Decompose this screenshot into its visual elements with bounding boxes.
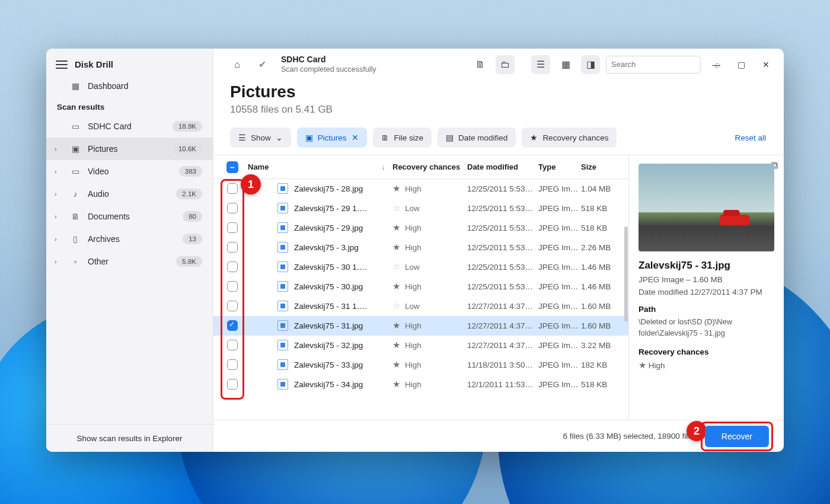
star-icon: ★ xyxy=(530,133,538,142)
jpeg-file-icon xyxy=(277,261,288,272)
details-rc-label: Recovery chances xyxy=(639,347,774,356)
clear-filter-icon[interactable]: ✕ xyxy=(352,133,359,142)
reset-all-link[interactable]: Reset all xyxy=(735,133,767,142)
table-row[interactable]: Zalevskij75 - 28.jpg★High12/25/2011 5:53… xyxy=(213,179,628,199)
show-filter[interactable]: ☰ Show ⌄ xyxy=(230,127,291,148)
sort-icon[interactable]: ↓ xyxy=(382,162,386,171)
sidebar: Disk Drill ▦ Dashboard Scan results ▭SDH… xyxy=(46,49,213,452)
row-checkbox[interactable] xyxy=(227,183,238,194)
table-row[interactable]: Zalevskij75 - 30.jpg★High12/25/2011 5:53… xyxy=(213,277,628,296)
home-icon[interactable]: ⌂ xyxy=(228,55,247,74)
date-modified: 12/25/2011 5:53… xyxy=(467,282,538,291)
annotation-box-2: Recover xyxy=(701,422,773,451)
pictures-filter[interactable]: ▣ Pictures ✕ xyxy=(297,127,367,148)
row-checkbox[interactable] xyxy=(227,340,238,350)
jpeg-file-icon xyxy=(277,301,288,311)
row-checkbox[interactable] xyxy=(227,281,238,292)
page-subtitle: 10558 files on 5.41 GB xyxy=(230,104,767,116)
col-type[interactable]: Type xyxy=(538,162,581,171)
table-row[interactable]: Zalevskij75 - 33.jpg★High11/18/2011 3:50… xyxy=(213,355,628,375)
date-filter[interactable]: ▤ Date modified xyxy=(438,127,516,148)
file-icon[interactable]: 🗎 xyxy=(471,55,490,74)
recovery-value: High xyxy=(405,380,422,389)
col-name[interactable]: Name xyxy=(248,162,269,171)
table-row[interactable]: Zalevskij75 - 29.jpg★High12/25/2011 5:53… xyxy=(213,218,628,238)
recovery-value: High xyxy=(405,243,422,252)
details-meta1: JPEG Image – 1.60 MB xyxy=(639,275,774,284)
recovery-filter[interactable]: ★ Recovery chances xyxy=(522,127,617,148)
table-row[interactable]: Zalevskij75 - 29 1….☆Low12/25/2011 5:53…… xyxy=(213,199,628,218)
jpeg-file-icon xyxy=(277,379,288,390)
row-checkbox[interactable] xyxy=(227,359,238,370)
folder-icon[interactable]: 🗀 xyxy=(496,55,515,74)
sidebar-item-label: Video xyxy=(88,167,109,176)
list-view-icon[interactable]: ☰ xyxy=(531,55,550,74)
recovery-value: High xyxy=(405,282,422,291)
recovery-value: High xyxy=(405,321,422,330)
sidebar-item-dashboard[interactable]: ▦ Dashboard xyxy=(46,75,213,97)
sidebar-item-audio[interactable]: ›♪Audio2.1K xyxy=(46,183,213,205)
sidebar-item-other[interactable]: ›▫Other5.8K xyxy=(46,250,213,273)
minimize-button[interactable]: — xyxy=(707,56,726,73)
sidebar-item-video[interactable]: ›▭Video383 xyxy=(46,160,213,183)
footer-bar: 6 files (6.33 MB) selected, 18900 file 2… xyxy=(213,420,784,452)
sidebar-item-label: Archives xyxy=(88,234,120,244)
dashboard-label: Dashboard xyxy=(88,81,129,91)
search-box[interactable]: ⌕ xyxy=(606,56,701,74)
row-checkbox[interactable] xyxy=(227,203,238,213)
sidebar-item-documents[interactable]: ›🗎Documents80 xyxy=(46,205,213,228)
table-row[interactable]: Zalevskij75 - 31 1….☆Low12/27/2011 4:37…… xyxy=(213,296,628,316)
sidebar-item-archives[interactable]: ›▯Archives13 xyxy=(46,228,213,250)
audio-icon: ♪ xyxy=(70,189,81,199)
star-icon: ★ xyxy=(392,340,400,350)
preview-image xyxy=(639,164,774,251)
date-modified: 12/25/2011 5:53… xyxy=(467,224,538,232)
grid-view-icon[interactable]: ▦ xyxy=(556,55,575,74)
row-checkbox[interactable] xyxy=(227,261,238,272)
row-checkbox[interactable] xyxy=(227,242,238,253)
table-row[interactable]: Zalevskij75 - 32.jpg★High12/27/2011 4:37… xyxy=(213,336,628,355)
table-header: – Name↓ Recovery chances Date modified T… xyxy=(213,155,628,179)
file-type: JPEG Im… xyxy=(538,361,581,369)
panel-view-icon[interactable]: ◨ xyxy=(581,55,600,74)
recovery-value: High xyxy=(405,361,422,369)
recover-button[interactable]: Recover xyxy=(705,426,769,447)
sidebar-item-pictures[interactable]: ›▣Pictures10.6K xyxy=(46,138,213,160)
file-size: 1.60 MB xyxy=(581,302,625,311)
row-checkbox[interactable] xyxy=(227,301,238,311)
col-date[interactable]: Date modified xyxy=(467,162,538,171)
table-row[interactable]: Zalevskij75 - 34.jpg★High12/1/2011 11:53… xyxy=(213,375,628,394)
page-title: Pictures xyxy=(230,82,767,101)
table-row[interactable]: Zalevskij75 - 31.jpg★High12/27/2011 4:37… xyxy=(213,316,628,336)
show-in-explorer-link[interactable]: Show scan results in Explorer xyxy=(77,434,183,443)
jpeg-file-icon xyxy=(277,203,288,213)
file-name: Zalevskij75 - 33.jpg xyxy=(294,361,363,369)
topbar: ⌂ ✔ SDHC Card Scan completed successfull… xyxy=(213,49,784,74)
calendar-icon: ▤ xyxy=(446,133,454,142)
row-checkbox[interactable] xyxy=(227,222,238,233)
filesize-filter[interactable]: 🗎 File size xyxy=(373,127,432,148)
file-type: JPEG Im… xyxy=(538,224,581,232)
file-size: 518 KB xyxy=(581,224,625,232)
col-size[interactable]: Size xyxy=(581,162,625,171)
row-checkbox[interactable] xyxy=(227,320,238,331)
maximize-button[interactable]: ▢ xyxy=(732,56,751,73)
count-badge: 2.1K xyxy=(176,189,202,199)
file-size: 1.04 MB xyxy=(581,184,625,193)
details-path: \Deleted or lost\SD (D)\New folder\Zalev… xyxy=(639,316,774,339)
menu-icon[interactable] xyxy=(56,60,68,69)
table-row[interactable]: Zalevskij75 - 3.jpg★High12/25/2011 5:53…… xyxy=(213,238,628,257)
file-type: JPEG Im… xyxy=(538,263,581,272)
sidebar-item-sdhc-card[interactable]: ▭SDHC Card18.9K xyxy=(46,115,213,138)
master-checkbox[interactable]: – xyxy=(226,161,238,173)
row-checkbox[interactable] xyxy=(227,379,238,390)
col-recovery[interactable]: Recovery chances xyxy=(392,162,467,171)
star-icon: ★ xyxy=(392,242,400,253)
sidebar-item-label: Other xyxy=(88,257,108,266)
search-input[interactable] xyxy=(611,60,711,69)
table-row[interactable]: Zalevskij75 - 30 1….☆Low12/25/2011 5:53…… xyxy=(213,257,628,277)
close-button[interactable]: ✕ xyxy=(756,56,775,73)
file-type: JPEG Im… xyxy=(538,380,581,389)
scrollbar-thumb[interactable] xyxy=(624,227,628,321)
file-name: Zalevskij75 - 29.jpg xyxy=(294,224,363,232)
